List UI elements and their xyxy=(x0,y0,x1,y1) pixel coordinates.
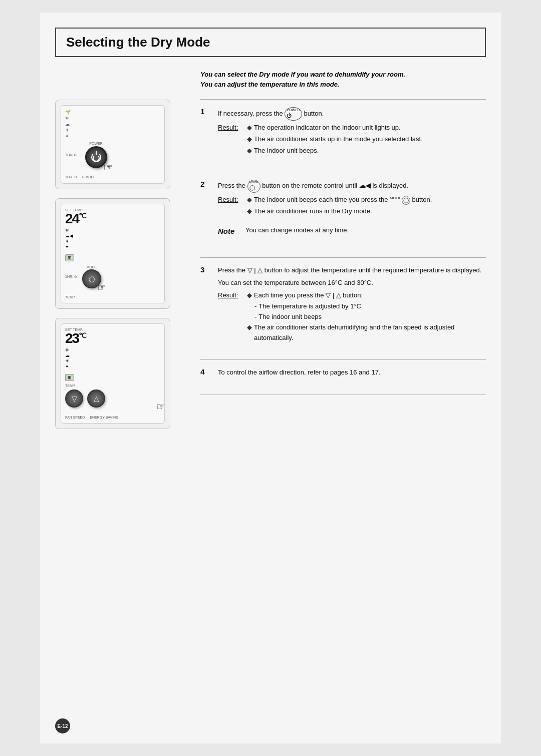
mode-inline-small: ◯ xyxy=(402,196,410,205)
dry-icon: ☁ xyxy=(65,122,70,127)
remote-mode: SET TEMP. 24℃ ❄ ☁◀ ☀ ✦ ⊞ 1HR. ⊙ xyxy=(55,198,170,309)
bottom-labels-1: 1HR. ⊙ B.MODE xyxy=(65,175,160,179)
bullet-2-1: ◆ The indoor unit beeps each time you pr… xyxy=(247,195,486,205)
bottom-labels-3: FAN SPEED ENERGY SAVING xyxy=(65,416,160,419)
temp-label-2: TEMP. xyxy=(65,295,160,299)
intro-text: You can select the Dry mode if you want … xyxy=(200,70,486,89)
divider-2 xyxy=(200,257,486,258)
step4-text: To control the airflow direction, refer … xyxy=(218,367,486,378)
step3-extra: You can set the temperature between 16°C… xyxy=(218,278,486,288)
result-label-1: Result: xyxy=(218,123,243,157)
step-1: 1 If necessary, press the POWER⏻ button.… xyxy=(200,107,486,164)
note-block: Note You can change modes at any time. xyxy=(218,225,486,237)
bullet-text-1-2: The air conditioner starts up in the mod… xyxy=(254,134,423,145)
heat-2: ☀ xyxy=(65,239,160,244)
intro-line1: You can select the Dry mode if you want … xyxy=(200,70,486,80)
bullet-text-1-1: The operation indicator on the indoor un… xyxy=(254,123,401,133)
bullet-text-1-3: The indoor unit beeps. xyxy=(254,146,319,156)
step-4: 4 To control the airflow direction, refe… xyxy=(200,367,486,388)
temp-display-3: 23℃ xyxy=(65,331,160,345)
bullet-text-3-2: The air conditioner starts dehumidifying… xyxy=(254,322,486,343)
step-content-2: Press the MODE◯ button on the remote con… xyxy=(218,180,486,242)
remote-inner-3: SET TEMP. 23℃ ❄ ☁ ☀ ✦ ⊞ TEMP. xyxy=(61,323,165,424)
step-number-2: 2 xyxy=(200,180,210,242)
bullet-2-2: ◆ The air conditioner runs in the Dry mo… xyxy=(247,206,486,217)
power-circle xyxy=(93,155,100,162)
title-bar: Selecting the Dry Mode xyxy=(55,28,486,57)
page-number: E-12 xyxy=(55,718,70,733)
snowflake-2: ❄ xyxy=(65,228,160,233)
step3-text: Press the ▽ | △ button to adjust the tem… xyxy=(218,265,486,276)
step2-text: Press the MODE◯ button on the remote con… xyxy=(218,180,486,193)
bullet-1-2: ◆ The air conditioner starts up in the m… xyxy=(247,134,486,145)
icon-row-2: ❄ xyxy=(65,116,160,121)
step-content-1: If necessary, press the POWER⏻ button. R… xyxy=(218,107,486,157)
result-label-3: Result: xyxy=(218,290,243,344)
1hr-label: 1HR. ⊙ xyxy=(65,175,77,179)
icon-row: 🌱 xyxy=(65,110,160,115)
result-items-2: ◆ The indoor unit beeps each time you pr… xyxy=(247,195,486,218)
snowflake-3: ❄ xyxy=(65,347,160,352)
note-text: You can change modes at any time. xyxy=(245,225,349,236)
fan-speed-label: FAN SPEED xyxy=(65,416,85,419)
step-number-1: 1 xyxy=(200,107,210,157)
sub-bullet-text-3-1: The temperature is adjusted by 1°C xyxy=(258,301,361,312)
step1-text: If necessary, press the POWER⏻ button. xyxy=(218,107,486,121)
dry-3: ☁ xyxy=(65,353,160,358)
bullet-1-1: ◆ The operation indicator on the indoor … xyxy=(247,123,486,133)
right-panel: You can select the Dry mode if you want … xyxy=(185,70,486,429)
lcd-icon-3: ⊞ xyxy=(65,374,74,381)
left-panel: 🌱 ❄ ☁ ☀ ✦ xyxy=(55,70,185,429)
step1-result: Result: ◆ The operation indicator on the… xyxy=(218,123,486,157)
temp-down-button[interactable]: ▽ xyxy=(65,390,83,408)
step-3: 3 Press the ▽ | △ button to adjust the t… xyxy=(200,265,486,352)
icons-row-2: ❄ ☁◀ ☀ ✦ xyxy=(65,228,160,249)
remote-power: 🌱 ❄ ☁ ☀ ✦ xyxy=(55,100,170,189)
sub-bullet-text-3-2: The indoor unit beeps xyxy=(258,312,322,322)
sub-bullet-3-2: - The indoor unit beeps xyxy=(254,312,486,322)
bmode-label: B.MODE xyxy=(82,175,96,179)
finger-pointing-2: ☞ xyxy=(97,281,106,293)
bullet-text-2-2: The air conditioner runs in the Dry mode… xyxy=(254,206,372,217)
step-content-3: Press the ▽ | △ button to adjust the tem… xyxy=(218,265,486,344)
bullet-3-1: ◆ Each time you press the ▽ | △ button: xyxy=(247,290,486,301)
remote-icons-1: 🌱 ❄ ☁ ☀ ✦ xyxy=(65,110,160,139)
auto-icon: ✦ xyxy=(65,134,69,139)
temp-display-2: 24℃ xyxy=(65,212,160,226)
power-button-area: TURBO POWER ☞ xyxy=(65,142,160,168)
icons-row-3: ❄ ☁ ☀ ✦ xyxy=(65,347,160,369)
remote-temp: SET TEMP. 23℃ ❄ ☁ ☀ ✦ ⊞ TEMP. xyxy=(55,318,170,429)
sub-bullet-3-1: - The temperature is adjusted by 1°C xyxy=(254,301,486,312)
mode-inline-icon: MODE◯ xyxy=(247,180,260,193)
temp-label-3: TEMP. xyxy=(65,384,160,388)
note-label: Note xyxy=(218,225,240,237)
step3-result: Result: ◆ Each time you press the ▽ | △ … xyxy=(218,290,486,344)
step-2: 2 Press the MODE◯ button on the remote c… xyxy=(200,180,486,250)
1hr-label-2: 1HR. ⊙ xyxy=(65,275,77,279)
set-temp-area-2: SET TEMP. 24℃ xyxy=(65,208,160,226)
power-inline-icon: POWER⏻ xyxy=(285,107,302,121)
finger-pointing-3: ☞ xyxy=(156,401,165,413)
auto-2: ✦ xyxy=(65,244,160,249)
bullet-3-2: ◆ The air conditioner starts dehumidifyi… xyxy=(247,322,486,343)
leaf-icon: 🌱 xyxy=(65,110,71,115)
temp-up-button[interactable]: △ xyxy=(87,390,105,408)
remote-inner-1: 🌱 ❄ ☁ ☀ ✦ xyxy=(61,105,165,184)
divider-0 xyxy=(200,99,486,100)
buttons-row-2: 1HR. ⊙ MODE ◯ ☞ xyxy=(65,265,160,288)
dry-2: ☁◀ xyxy=(65,233,160,238)
divider-3 xyxy=(200,359,486,360)
result-items-3: ◆ Each time you press the ▽ | △ button: … xyxy=(247,290,486,344)
set-temp-area-3: SET TEMP. 23℃ xyxy=(65,328,160,345)
energy-saving-label: ENERGY SAVING xyxy=(90,416,118,419)
mode-icon: ◯ xyxy=(89,276,95,282)
bullet-1-3: ◆ The indoor unit beeps. xyxy=(247,146,486,156)
step-content-4: To control the airflow direction, refer … xyxy=(218,367,486,380)
finger-pointing-1: ☞ xyxy=(103,161,113,174)
icon-row-3: ☁ xyxy=(65,122,160,127)
step-number-4: 4 xyxy=(200,367,210,380)
bullet-text-3-1: Each time you press the ▽ | △ button: xyxy=(254,290,363,301)
temp-btns-container: ▽ △ ☞ xyxy=(65,390,160,408)
page-title: Selecting the Dry Mode xyxy=(66,35,210,50)
auto-3: ✦ xyxy=(65,364,160,369)
